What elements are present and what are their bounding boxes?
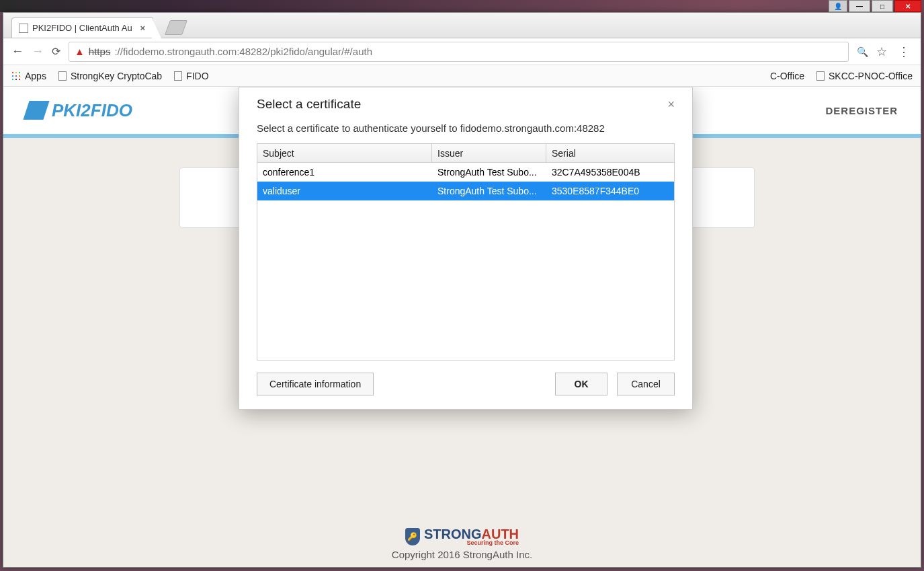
back-button[interactable]: ← <box>11 44 24 59</box>
table-row[interactable]: validuser StrongAuth Test Subo... 3530E8… <box>257 182 674 200</box>
dialog-title: Select a certificate <box>257 97 361 112</box>
bookmark-label: StrongKey CryptoCab <box>71 71 162 81</box>
page-icon <box>58 71 67 81</box>
page-icon <box>19 24 28 33</box>
deregister-link[interactable]: DEREGISTER <box>825 105 898 116</box>
zoom-icon[interactable]: 🔍 <box>857 46 868 57</box>
address-bar[interactable]: ▲ https ://fidodemo.strongauth.com:48282… <box>69 42 849 62</box>
bookmark-star-icon[interactable]: ☆ <box>876 44 887 59</box>
shield-icon: 🔑 <box>405 528 420 545</box>
tab-strip: PKI2FIDO | ClientAuth Au × <box>3 13 921 38</box>
bookmark-label: Apps <box>25 71 46 81</box>
col-resize-end[interactable] <box>661 144 674 162</box>
window-titlebar: 👤 — □ ✕ <box>0 0 924 12</box>
page-icon <box>816 71 825 81</box>
cell-subject: conference1 <box>257 163 432 182</box>
browser-menu-button[interactable]: ⋮ <box>895 44 913 59</box>
footer-copyright: Copyright 2016 StrongAuth Inc. <box>3 549 921 560</box>
col-subject[interactable]: Subject <box>257 144 432 162</box>
bookmark-strongkey[interactable]: StrongKey CryptoCab <box>58 71 162 81</box>
certificate-info-button[interactable]: Certificate information <box>257 373 374 395</box>
ok-button[interactable]: OK <box>555 373 607 395</box>
url-host: ://fidodemo.strongauth.com:48282/pki2fid… <box>114 46 372 57</box>
forward-button[interactable]: → <box>32 44 44 59</box>
apps-icon <box>11 71 21 81</box>
certificate-dialog: Select a certificate × Select a certific… <box>239 87 693 410</box>
bookmarks-bar: Apps StrongKey CryptoCab FIDO C-Office S… <box>3 65 921 87</box>
bookmark-skcc-pnoc[interactable]: SKCC-PNOC-Office <box>816 71 913 81</box>
security-warning-icon: ▲ <box>75 46 85 57</box>
window-maximize-button[interactable]: □ <box>872 0 893 12</box>
brand-text: PKI2FIDO <box>52 100 132 121</box>
tab-close-icon[interactable]: × <box>140 23 145 33</box>
dialog-subtitle: Select a certificate to authenticate you… <box>257 122 675 134</box>
bookmark-fido[interactable]: FIDO <box>174 71 208 81</box>
logo-icon <box>23 101 49 120</box>
col-serial[interactable]: Serial <box>546 144 661 162</box>
bookmark-label: SKCC-PNOC-Office <box>829 71 913 81</box>
window-user-button[interactable]: 👤 <box>829 0 847 12</box>
page-icon <box>174 71 182 81</box>
page-content: PKI2FIDO DEREGISTER 🔑 STRONGAUTH Securin… <box>3 87 921 567</box>
cell-subject: validuser <box>257 182 432 200</box>
active-tab[interactable]: PKI2FIDO | ClientAuth Au × <box>11 17 153 38</box>
tab-title: PKI2FIDO | ClientAuth Au <box>32 23 132 33</box>
app-logo[interactable]: PKI2FIDO <box>26 100 132 121</box>
window-minimize-button[interactable]: — <box>849 0 870 12</box>
cell-serial: 3530E8587F344BE0 <box>546 182 674 200</box>
dialog-close-icon[interactable]: × <box>667 98 675 112</box>
reload-button[interactable]: ⟳ <box>52 45 60 58</box>
certificate-table: Subject Issuer Serial conference1 Strong… <box>257 143 675 360</box>
toolbar: ← → ⟳ ▲ https ://fidodemo.strongauth.com… <box>3 38 921 65</box>
cell-serial: 32C7A495358E004B <box>546 163 674 182</box>
page-footer: 🔑 STRONGAUTH Securing the Core Copyright… <box>3 527 921 560</box>
table-row[interactable]: conference1 StrongAuth Test Subo... 32C7… <box>257 163 674 182</box>
new-tab-button[interactable] <box>165 20 187 35</box>
browser-window: PKI2FIDO | ClientAuth Au × ← → ⟳ ▲ https… <box>3 12 921 568</box>
bookmark-apps[interactable]: Apps <box>11 71 46 81</box>
bookmark-label: C-Office <box>770 71 804 81</box>
window-close-button[interactable]: ✕ <box>894 0 921 12</box>
url-scheme: https <box>89 46 111 57</box>
footer-logo: 🔑 STRONGAUTH Securing the Core <box>405 527 519 546</box>
col-issuer[interactable]: Issuer <box>432 144 546 162</box>
cell-issuer: StrongAuth Test Subo... <box>432 163 546 182</box>
bookmark-c-office[interactable]: C-Office <box>770 71 804 81</box>
bookmark-label: FIDO <box>186 71 208 81</box>
table-header: Subject Issuer Serial <box>257 144 674 163</box>
cancel-button[interactable]: Cancel <box>617 373 675 395</box>
cell-issuer: StrongAuth Test Subo... <box>432 182 546 200</box>
